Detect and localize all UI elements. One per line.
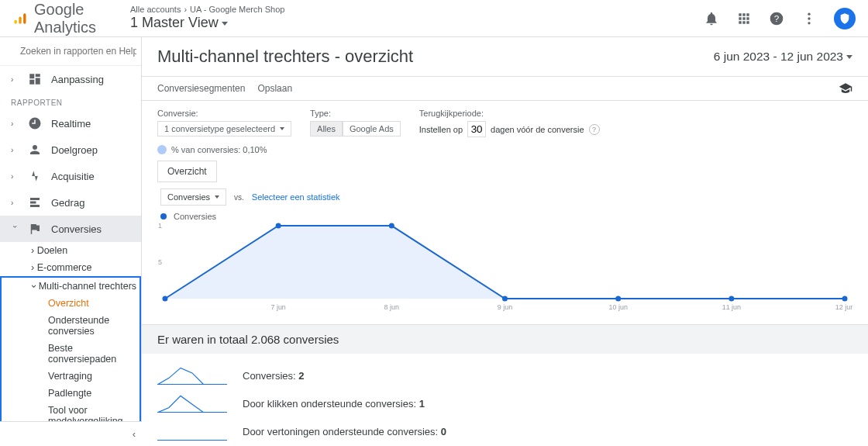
- person-icon: [28, 143, 42, 157]
- sidebar-vertraging[interactable]: Vertraging: [2, 368, 140, 385]
- sidebar-aanpassing[interactable]: › Aanpassing: [0, 66, 141, 92]
- sidebar-acquisitie[interactable]: › Acquisitie: [0, 163, 141, 189]
- dashboard-icon: [28, 72, 42, 86]
- date-range-picker[interactable]: 6 jun 2023 - 12 jun 2023: [714, 50, 868, 64]
- apps-icon[interactable]: [736, 11, 752, 26]
- bell-icon[interactable]: [704, 11, 719, 26]
- shield-badge-icon[interactable]: [834, 8, 856, 29]
- sidebar-padlengte[interactable]: Padlengte: [2, 385, 140, 402]
- sidebar-collapse[interactable]: ‹: [0, 421, 142, 446]
- tab-overzicht[interactable]: Overzicht: [157, 161, 217, 182]
- legend-dot-icon: [160, 213, 167, 220]
- content: Multi-channel trechters - overzicht 6 ju…: [142, 37, 868, 446]
- svg-point-5: [808, 12, 810, 15]
- svg-text:8 jun: 8 jun: [384, 303, 399, 311]
- sidebar-beste[interactable]: Beste conversiepaden: [2, 340, 140, 368]
- svg-text:9 jun: 9 jun: [498, 303, 512, 311]
- svg-point-9: [276, 223, 281, 229]
- view-name-text: 1 Master View: [130, 15, 219, 32]
- more-vert-icon[interactable]: [801, 11, 817, 26]
- metric-dropdown[interactable]: Conversies: [160, 188, 226, 206]
- conversie-dropdown[interactable]: 1 conversietype geselecteerd: [157, 121, 291, 137]
- stat-label: Door vertoningen ondersteunde conversies…: [243, 426, 446, 437]
- conversiesegmenten-link[interactable]: Conversiesegmenten: [157, 83, 245, 94]
- stat-row: Conversies: 2: [157, 361, 852, 389]
- svg-text:11 jun: 11 jun: [722, 303, 741, 311]
- sidebar-item-label: Conversies: [51, 223, 102, 235]
- caret-down-icon: [280, 127, 284, 130]
- chevron-right-icon: ›: [184, 5, 187, 15]
- sidebar-gedrag[interactable]: › Gedrag: [0, 189, 141, 216]
- behavior-icon: [28, 195, 42, 209]
- breadcrumb-property: UA - Google Merch Shop: [190, 5, 284, 15]
- svg-point-10: [389, 223, 394, 229]
- sidebar-mct[interactable]: › Multi-channel trechters: [2, 278, 140, 295]
- instellen-prefix: Instellen op: [419, 125, 463, 134]
- legend-label: Conversies: [174, 212, 216, 221]
- sidebar-ecommerce[interactable]: › E-commerce: [0, 259, 141, 276]
- svg-rect-2: [23, 13, 26, 23]
- chart-legend: Conversies: [157, 212, 852, 221]
- topbar-actions: ?: [704, 8, 856, 29]
- sidebar-item-label: Doelgroep: [51, 144, 98, 156]
- summary-header: Er waren in totaal 2.068 conversies: [142, 324, 868, 354]
- conversie-label: Conversie:: [157, 109, 291, 118]
- action-subbar: Conversiesegmenten Opslaan: [142, 76, 868, 101]
- line-chart: 0,51 7 jun8 jun9 jun10 jun11 jun12 jun: [157, 221, 852, 314]
- help-icon[interactable]: ?: [769, 11, 784, 26]
- stat-row: Door vertoningen ondersteunde conversies…: [157, 417, 852, 445]
- sidebar-item-label: Acquisitie: [51, 171, 95, 182]
- sidebar-item-label: Realtime: [51, 118, 91, 130]
- sidebar-doelen[interactable]: › Doelen: [0, 242, 141, 259]
- stat-row: Door klikken ondersteunde conversies: 1: [157, 389, 852, 417]
- sidebar-overzicht[interactable]: Overzicht: [2, 295, 140, 312]
- breadcrumb-all: Alle accounts: [130, 5, 181, 15]
- opslaan-link[interactable]: Opslaan: [257, 83, 292, 94]
- sidebar-search[interactable]: [0, 37, 141, 66]
- lookback-days-input[interactable]: [467, 121, 486, 137]
- svg-point-7: [808, 22, 810, 24]
- help-tooltip-icon[interactable]: ?: [589, 124, 600, 135]
- type-control: Type: Alles Google Ads: [310, 109, 401, 137]
- chevron-down-icon: ›: [11, 225, 19, 233]
- svg-point-13: [728, 296, 734, 302]
- sidebar-doelgroep[interactable]: › Doelgroep: [0, 137, 141, 163]
- instellen-suffix: dagen vóór de conversie: [491, 125, 584, 134]
- account-selector[interactable]: Alle accounts › UA - Google Merch Shop 1…: [130, 5, 704, 32]
- tab-row: Overzicht: [142, 161, 868, 182]
- sidebar-realtime[interactable]: › Realtime: [0, 110, 141, 137]
- type-alles-button[interactable]: Alles: [310, 121, 343, 137]
- caret-down-icon: [846, 55, 852, 59]
- stat-label: Conversies: 2: [243, 370, 304, 382]
- metric-selected: Conversies: [167, 192, 210, 202]
- conversie-selected: 1 conversietype geselecteerd: [164, 124, 275, 133]
- view-name: 1 Master View: [130, 15, 704, 32]
- sidebar-item-label: Multi-channel trechters: [39, 281, 136, 292]
- caret-down-icon: [215, 195, 219, 199]
- sidebar-item-label: Aanpassing: [51, 74, 104, 85]
- stat-label: Door klikken ondersteunde conversies: 1: [243, 398, 425, 410]
- svg-point-14: [842, 296, 848, 302]
- conversie-control: Conversie: 1 conversietype geselecteerd: [157, 109, 291, 137]
- acquisition-icon: [28, 169, 42, 183]
- search-input[interactable]: [20, 46, 136, 57]
- vs-label: vs.: [234, 193, 244, 202]
- type-googleads-button[interactable]: Google Ads: [343, 121, 401, 137]
- graduation-cap-icon[interactable]: [839, 81, 852, 95]
- sidebar-item-label: Gedrag: [51, 197, 84, 209]
- sidebar-conversies[interactable]: › Conversies: [0, 216, 141, 242]
- svg-point-6: [808, 17, 810, 19]
- pct-circle-icon: [157, 145, 167, 154]
- breadcrumb: Alle accounts › UA - Google Merch Shop: [130, 5, 704, 15]
- svg-text:7 jun: 7 jun: [270, 303, 285, 311]
- flag-icon: [28, 222, 42, 236]
- svg-text:0,5: 0,5: [157, 258, 162, 266]
- svg-point-11: [502, 296, 508, 302]
- sidebar-ondersteunde[interactable]: Ondersteunde conversies: [2, 312, 140, 340]
- sidebar-mct-group: › Multi-channel trechters Overzicht Onde…: [0, 276, 141, 431]
- sidebar: › Aanpassing RAPPORTEN › Realtime › Doel…: [0, 37, 142, 446]
- svg-rect-0: [14, 19, 16, 23]
- select-metric-link[interactable]: Selecteer een statistiek: [252, 192, 340, 202]
- chevron-left-icon: ‹: [133, 428, 136, 440]
- controls-bar: Conversie: 1 conversietype geselecteerd …: [142, 101, 868, 145]
